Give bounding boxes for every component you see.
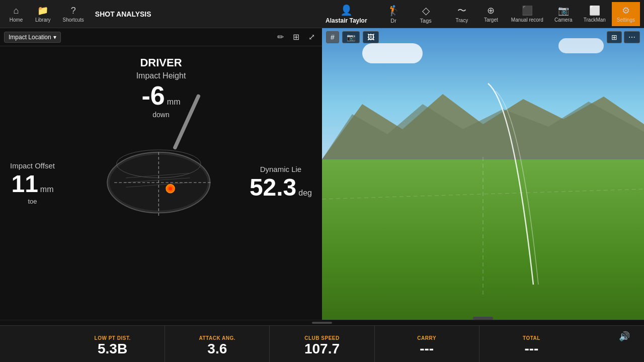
tags-label: Tags [420, 18, 432, 24]
stat-total: TOTAL --- [479, 326, 584, 362]
impact-area: DRIVER Impact Height -6 mm down [0, 46, 322, 320]
shortcuts-icon: ? [71, 6, 76, 16]
stat-attack-ang-value: 3.6 [207, 342, 227, 356]
nav-tracy[interactable]: 〜 Tracy [448, 2, 476, 26]
settings-icon: ⚙ [622, 5, 630, 16]
right-toolbar: # 📷 🖼 ⊞ ⋯ [322, 28, 644, 46]
expand-btn[interactable]: ⤢ [305, 31, 318, 43]
left-panel: Impact Location ▾ ✏ ⊞ ⤢ DRIVER Impact He… [0, 28, 322, 320]
stat-carry-value: --- [420, 342, 434, 356]
stat-low-pt-dist: LOW PT DIST. 5.3B [60, 326, 165, 362]
stats-section: 🔊 LOW PT DIST. 5.3B ATTACK ANG. 3.6 CLUB… [0, 320, 644, 362]
club-name-label: DRIVER [140, 56, 182, 69]
nav-manual-record[interactable]: ⬛ Manual record [506, 2, 548, 26]
volume-icon: 🔊 [619, 331, 630, 342]
stat-club-speed: CLUB SPEED 107.7 [270, 326, 374, 362]
tracy-icon: 〜 [457, 5, 466, 17]
pencil-tool-btn[interactable]: ✏ [274, 31, 287, 43]
more-btn[interactable]: ⋯ [624, 31, 640, 43]
left-toolbar: Impact Location ▾ ✏ ⊞ ⤢ [0, 28, 322, 46]
main-content: Impact Location ▾ ✏ ⊞ ⤢ DRIVER Impact He… [0, 28, 644, 320]
stat-club-speed-value: 107.7 [304, 342, 340, 356]
chevron-down-icon: ▾ [53, 34, 56, 41]
club-graphic [86, 92, 236, 222]
stat-attack-ang: ATTACK ANG. 3.6 [165, 326, 270, 362]
stat-low-pt-dist-label: LOW PT DIST. [95, 335, 131, 341]
club-label: Dr [390, 18, 396, 24]
right-toolbar-right: ⊞ ⋯ [607, 31, 640, 43]
club-icon: 🏌 [387, 5, 400, 17]
club-info[interactable]: 🏌 Dr [383, 3, 404, 26]
stat-total-label: TOTAL [523, 335, 540, 341]
dynamic-lie-title: Dynamic Lie [250, 165, 312, 173]
club-svg [86, 92, 236, 222]
dynamic-lie-num: 52.3 [250, 173, 296, 201]
ball-flight-svg [322, 28, 644, 320]
trackman-icon: ⬜ [589, 5, 600, 16]
impact-height-title: Impact Height [136, 71, 186, 80]
nav-settings[interactable]: ⚙ Settings [612, 2, 640, 26]
camera-icon: 📷 [558, 5, 569, 16]
stat-attack-ang-label: ATTACK ANG. [199, 335, 236, 341]
impact-offset-section: Impact Offset 11 mm toe [10, 161, 55, 205]
nav-library[interactable]: 📁 Library [30, 2, 56, 26]
impact-offset-num: 11 [11, 170, 38, 198]
grid-right-btn[interactable]: ⊞ [607, 31, 622, 43]
impact-location-dropdown[interactable]: Impact Location ▾ [4, 32, 61, 43]
stat-low-pt-dist-value: 5.3B [98, 342, 127, 356]
svg-line-0 [175, 96, 198, 147]
dynamic-lie-value: 52.3 deg [250, 173, 312, 201]
stats-drag-handle[interactable] [312, 322, 332, 324]
nav-right: 〜 Tracy ⊕ Target ⬛ Manual record 📷 Camer… [448, 2, 640, 26]
stat-total-value: --- [524, 342, 538, 356]
home-icon: ⌂ [14, 6, 19, 16]
player-icon: 👤 [340, 4, 353, 16]
nav-camera[interactable]: 📷 Camera [549, 2, 578, 26]
image-view-btn[interactable]: 🖼 [363, 31, 379, 43]
camera-view-btn[interactable]: 📷 [342, 31, 360, 43]
top-nav: ⌂ Home 📁 Library ? Shortcuts SHOT ANALYS… [0, 0, 644, 28]
dynamic-lie-unit: deg [298, 189, 312, 198]
nav-shortcuts[interactable]: ? Shortcuts [58, 2, 89, 26]
impact-offset-title: Impact Offset [10, 161, 55, 170]
impact-offset-dir: toe [10, 198, 55, 205]
tags-info[interactable]: ◇ Tags [416, 3, 436, 26]
dynamic-lie-section: Dynamic Lie 52.3 deg [250, 165, 312, 201]
impact-offset-unit: mm [40, 185, 54, 194]
nav-target[interactable]: ⊕ Target [477, 2, 505, 26]
library-icon: 📁 [37, 5, 48, 16]
stat-attack-ang-value-row: 3.6 [207, 342, 227, 356]
player-section: 👤 Alastair Taylor 🏌 Dr ◇ Tags [311, 2, 446, 26]
stats-drag-handle-area [0, 320, 644, 325]
golf-course-bg [322, 28, 644, 320]
target-icon: ⊕ [487, 5, 495, 16]
grid-view-btn[interactable]: ⊞ [290, 31, 302, 43]
right-panel: # 📷 🖼 ⊞ ⋯ [322, 28, 644, 320]
crosshair-view-btn[interactable]: # [326, 31, 339, 43]
manual-record-icon: ⬛ [522, 5, 533, 16]
player-info[interactable]: 👤 Alastair Taylor [321, 2, 371, 26]
svg-point-10 [169, 187, 172, 190]
impact-offset-value: 11 mm [10, 170, 55, 198]
panel-divider-handle[interactable] [473, 317, 493, 320]
tags-icon: ◇ [422, 5, 430, 17]
page-title: SHOT ANALYSIS [95, 10, 151, 18]
stats-bar: 🔊 LOW PT DIST. 5.3B ATTACK ANG. 3.6 CLUB… [0, 325, 644, 362]
stat-carry: CARRY --- [375, 326, 479, 362]
stat-carry-label: CARRY [417, 335, 436, 341]
stat-club-speed-label: CLUB SPEED [304, 335, 339, 341]
nav-home[interactable]: ⌂ Home [4, 2, 28, 26]
nav-trackman[interactable]: ⬜ TrackMan [579, 2, 611, 26]
volume-area[interactable]: 🔊 [615, 331, 634, 342]
